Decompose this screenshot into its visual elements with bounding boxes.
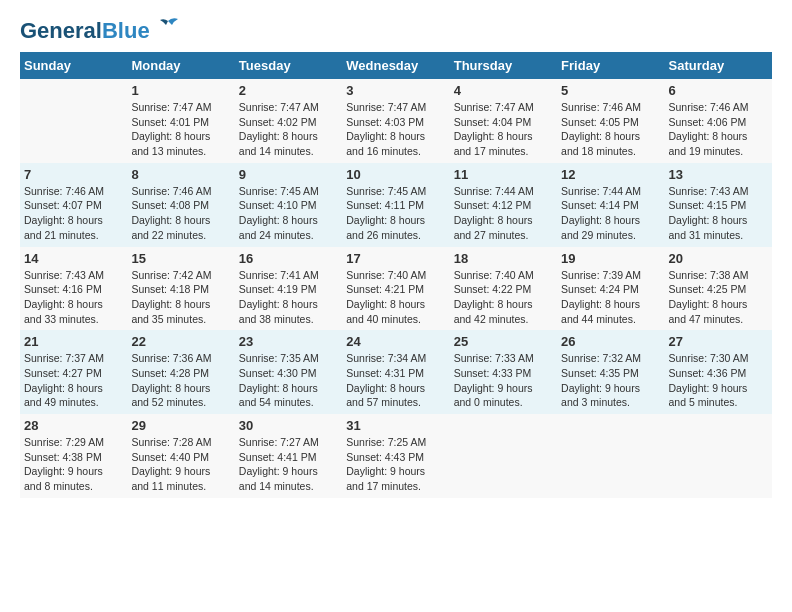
calendar-cell [450,414,557,498]
logo-text: GeneralBlue [20,20,150,42]
calendar-cell [557,414,664,498]
calendar-cell: 30Sunrise: 7:27 AMSunset: 4:41 PMDayligh… [235,414,342,498]
calendar-cell: 7Sunrise: 7:46 AMSunset: 4:07 PMDaylight… [20,163,127,247]
day-info: Sunrise: 7:44 AMSunset: 4:12 PMDaylight:… [454,184,553,243]
calendar-cell: 2Sunrise: 7:47 AMSunset: 4:02 PMDaylight… [235,79,342,163]
day-number: 8 [131,167,230,182]
weekday-header-thursday: Thursday [450,52,557,79]
page-header: GeneralBlue [20,20,772,42]
weekday-header-friday: Friday [557,52,664,79]
day-number: 27 [669,334,768,349]
day-info: Sunrise: 7:28 AMSunset: 4:40 PMDaylight:… [131,435,230,494]
day-info: Sunrise: 7:41 AMSunset: 4:19 PMDaylight:… [239,268,338,327]
day-number: 13 [669,167,768,182]
day-number: 5 [561,83,660,98]
calendar-cell: 15Sunrise: 7:42 AMSunset: 4:18 PMDayligh… [127,247,234,331]
day-info: Sunrise: 7:44 AMSunset: 4:14 PMDaylight:… [561,184,660,243]
day-number: 15 [131,251,230,266]
day-info: Sunrise: 7:47 AMSunset: 4:03 PMDaylight:… [346,100,445,159]
calendar-cell: 9Sunrise: 7:45 AMSunset: 4:10 PMDaylight… [235,163,342,247]
day-number: 14 [24,251,123,266]
calendar-cell: 29Sunrise: 7:28 AMSunset: 4:40 PMDayligh… [127,414,234,498]
calendar-cell: 14Sunrise: 7:43 AMSunset: 4:16 PMDayligh… [20,247,127,331]
calendar-cell: 21Sunrise: 7:37 AMSunset: 4:27 PMDayligh… [20,330,127,414]
calendar-cell: 26Sunrise: 7:32 AMSunset: 4:35 PMDayligh… [557,330,664,414]
calendar-cell: 16Sunrise: 7:41 AMSunset: 4:19 PMDayligh… [235,247,342,331]
day-info: Sunrise: 7:27 AMSunset: 4:41 PMDaylight:… [239,435,338,494]
day-info: Sunrise: 7:32 AMSunset: 4:35 PMDaylight:… [561,351,660,410]
day-info: Sunrise: 7:29 AMSunset: 4:38 PMDaylight:… [24,435,123,494]
day-number: 30 [239,418,338,433]
calendar-cell: 5Sunrise: 7:46 AMSunset: 4:05 PMDaylight… [557,79,664,163]
day-number: 12 [561,167,660,182]
day-number: 25 [454,334,553,349]
day-info: Sunrise: 7:43 AMSunset: 4:15 PMDaylight:… [669,184,768,243]
calendar-cell: 17Sunrise: 7:40 AMSunset: 4:21 PMDayligh… [342,247,449,331]
day-info: Sunrise: 7:40 AMSunset: 4:21 PMDaylight:… [346,268,445,327]
day-info: Sunrise: 7:37 AMSunset: 4:27 PMDaylight:… [24,351,123,410]
day-info: Sunrise: 7:35 AMSunset: 4:30 PMDaylight:… [239,351,338,410]
calendar-cell: 27Sunrise: 7:30 AMSunset: 4:36 PMDayligh… [665,330,772,414]
day-info: Sunrise: 7:43 AMSunset: 4:16 PMDaylight:… [24,268,123,327]
day-number: 11 [454,167,553,182]
day-info: Sunrise: 7:45 AMSunset: 4:10 PMDaylight:… [239,184,338,243]
weekday-header-wednesday: Wednesday [342,52,449,79]
day-info: Sunrise: 7:45 AMSunset: 4:11 PMDaylight:… [346,184,445,243]
day-info: Sunrise: 7:47 AMSunset: 4:04 PMDaylight:… [454,100,553,159]
day-number: 18 [454,251,553,266]
day-info: Sunrise: 7:33 AMSunset: 4:33 PMDaylight:… [454,351,553,410]
day-number: 20 [669,251,768,266]
day-info: Sunrise: 7:30 AMSunset: 4:36 PMDaylight:… [669,351,768,410]
calendar-cell: 11Sunrise: 7:44 AMSunset: 4:12 PMDayligh… [450,163,557,247]
week-row-5: 28Sunrise: 7:29 AMSunset: 4:38 PMDayligh… [20,414,772,498]
day-number: 4 [454,83,553,98]
logo: GeneralBlue [20,20,182,42]
day-number: 3 [346,83,445,98]
day-info: Sunrise: 7:46 AMSunset: 4:06 PMDaylight:… [669,100,768,159]
day-info: Sunrise: 7:47 AMSunset: 4:02 PMDaylight:… [239,100,338,159]
calendar-cell: 3Sunrise: 7:47 AMSunset: 4:03 PMDaylight… [342,79,449,163]
calendar-cell: 20Sunrise: 7:38 AMSunset: 4:25 PMDayligh… [665,247,772,331]
calendar-cell: 8Sunrise: 7:46 AMSunset: 4:08 PMDaylight… [127,163,234,247]
week-row-3: 14Sunrise: 7:43 AMSunset: 4:16 PMDayligh… [20,247,772,331]
day-info: Sunrise: 7:40 AMSunset: 4:22 PMDaylight:… [454,268,553,327]
weekday-header-sunday: Sunday [20,52,127,79]
calendar-cell: 28Sunrise: 7:29 AMSunset: 4:38 PMDayligh… [20,414,127,498]
calendar-cell: 23Sunrise: 7:35 AMSunset: 4:30 PMDayligh… [235,330,342,414]
weekday-header-monday: Monday [127,52,234,79]
day-info: Sunrise: 7:36 AMSunset: 4:28 PMDaylight:… [131,351,230,410]
day-info: Sunrise: 7:46 AMSunset: 4:05 PMDaylight:… [561,100,660,159]
day-info: Sunrise: 7:47 AMSunset: 4:01 PMDaylight:… [131,100,230,159]
calendar-cell: 12Sunrise: 7:44 AMSunset: 4:14 PMDayligh… [557,163,664,247]
day-info: Sunrise: 7:25 AMSunset: 4:43 PMDaylight:… [346,435,445,494]
calendar-cell: 1Sunrise: 7:47 AMSunset: 4:01 PMDaylight… [127,79,234,163]
week-row-2: 7Sunrise: 7:46 AMSunset: 4:07 PMDaylight… [20,163,772,247]
day-number: 7 [24,167,123,182]
calendar-cell: 18Sunrise: 7:40 AMSunset: 4:22 PMDayligh… [450,247,557,331]
day-number: 24 [346,334,445,349]
day-number: 31 [346,418,445,433]
day-number: 17 [346,251,445,266]
day-number: 29 [131,418,230,433]
day-number: 9 [239,167,338,182]
weekday-header-row: SundayMondayTuesdayWednesdayThursdayFrid… [20,52,772,79]
day-info: Sunrise: 7:38 AMSunset: 4:25 PMDaylight:… [669,268,768,327]
week-row-4: 21Sunrise: 7:37 AMSunset: 4:27 PMDayligh… [20,330,772,414]
calendar-table: SundayMondayTuesdayWednesdayThursdayFrid… [20,52,772,498]
calendar-cell [20,79,127,163]
weekday-header-tuesday: Tuesday [235,52,342,79]
day-number: 28 [24,418,123,433]
logo-bird-icon [154,13,182,41]
day-number: 19 [561,251,660,266]
day-number: 22 [131,334,230,349]
calendar-cell: 31Sunrise: 7:25 AMSunset: 4:43 PMDayligh… [342,414,449,498]
day-number: 21 [24,334,123,349]
weekday-header-saturday: Saturday [665,52,772,79]
day-info: Sunrise: 7:34 AMSunset: 4:31 PMDaylight:… [346,351,445,410]
day-info: Sunrise: 7:46 AMSunset: 4:07 PMDaylight:… [24,184,123,243]
day-number: 23 [239,334,338,349]
day-number: 2 [239,83,338,98]
calendar-cell: 13Sunrise: 7:43 AMSunset: 4:15 PMDayligh… [665,163,772,247]
day-number: 16 [239,251,338,266]
calendar-cell: 4Sunrise: 7:47 AMSunset: 4:04 PMDaylight… [450,79,557,163]
